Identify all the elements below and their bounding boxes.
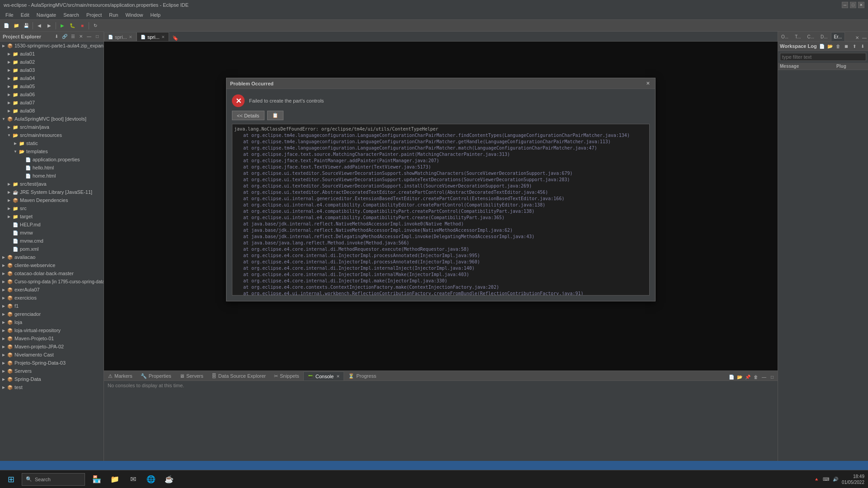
right-panel-toolbar-6[interactable]: ⬇ (859, 42, 866, 50)
tb-save[interactable]: 💾 (22, 21, 31, 30)
console-pin-icon[interactable]: 📌 (744, 373, 751, 380)
tree-item-cotacao[interactable]: ▶ 📦 cotacao-dolar-back-master (0, 269, 104, 277)
tree-item-spring-data[interactable]: ▶ 📦 Spring-Data (0, 375, 104, 383)
tb-back[interactable]: ◀ (35, 21, 44, 30)
right-panel-toolbar-2[interactable]: 📂 (826, 42, 834, 50)
tab-properties[interactable]: 🔧 Properties (137, 371, 175, 380)
close-button[interactable]: ✕ (858, 2, 864, 8)
taskbar-app-eclipse[interactable]: ☕ (161, 471, 177, 488)
stack-trace[interactable]: java.lang.NoClassDefFoundError: org/ecli… (232, 124, 650, 296)
tb-refresh[interactable]: ↻ (91, 21, 100, 30)
sidebar-close-icon[interactable]: ✕ (77, 33, 85, 40)
taskbar-search[interactable]: 🔍 Search (22, 473, 85, 486)
tb-debug[interactable]: 🐛 (68, 21, 77, 30)
menu-edit[interactable]: Edit (17, 11, 33, 19)
right-tab-er[interactable]: Er... (831, 32, 845, 41)
details-button[interactable]: << Details (232, 111, 264, 120)
right-tab-d[interactable]: D... (817, 32, 831, 41)
tree-item-projeto-spring-03[interactable]: ▶ 📦 Projeto-Spring-Data-03 (0, 359, 104, 367)
sidebar-menu-icon[interactable]: ☰ (69, 33, 76, 40)
tree-item-loja-virtual[interactable]: ▶ 📦 loja-virtual-repository (0, 326, 104, 334)
tree-item-target[interactable]: ▶ 📁 target (0, 212, 104, 221)
editor-tab-2[interactable]: 📄 spri... ✕ (137, 32, 169, 41)
tree-item-aula02[interactable]: ▶ 📁 aula02 (0, 58, 104, 66)
tree-item-mvnw-cmd[interactable]: ▶ 📄 mvnw.cmd (0, 237, 104, 245)
right-panel-close[interactable]: ✕ (854, 34, 861, 41)
tree-item-aula08[interactable]: ▶ 📁 aula08 (0, 107, 104, 115)
tree-item-src-main-java[interactable]: ▶ 📁 src/main/java (0, 123, 104, 131)
new-tab-area[interactable]: 🔖 (171, 35, 180, 41)
tree-item-src-main-resources[interactable]: ▼ 📂 src/main/resources (0, 131, 104, 139)
tree-item-HELP[interactable]: ▶ 📄 HELP.md (0, 221, 104, 229)
tree-item-maven-01[interactable]: ▶ 📦 Maven-Projeto-01 (0, 334, 104, 343)
tree-item-src2[interactable]: ▶ 📁 src (0, 204, 104, 212)
tab-console[interactable]: 📟 Console ✕ (303, 371, 344, 380)
menu-project[interactable]: Project (83, 11, 105, 19)
tab-datasource[interactable]: 🗄 Data Source Explorer (208, 371, 270, 380)
console-min-icon[interactable]: — (760, 373, 768, 380)
tb-stop[interactable]: ■ (78, 21, 87, 30)
tree-item-nivelamento[interactable]: ▶ 📦 Nivelamento Cast (0, 351, 104, 359)
tree-item-cliente-webservice[interactable]: ▶ 📦 cliente-webservice (0, 261, 104, 269)
tree-item-aula03[interactable]: ▶ 📁 aula03 (0, 66, 104, 74)
console-max-icon[interactable]: □ (769, 373, 776, 380)
tb-open[interactable]: 📁 (12, 21, 21, 30)
right-panel-toolbar-1[interactable]: 📄 (818, 42, 826, 50)
taskbar-app-edge[interactable]: 🌐 (143, 471, 159, 488)
console-close-icon[interactable]: ✕ (336, 374, 340, 379)
menu-run[interactable]: Run (105, 11, 122, 19)
start-button[interactable]: ⊞ (4, 472, 18, 487)
tree-item-exerAula07[interactable]: ▶ 📦 exerAula07 (0, 286, 104, 294)
right-tab-c[interactable]: C... (804, 32, 817, 41)
copy-button[interactable]: 📋 (267, 111, 283, 120)
tree-item-servers[interactable]: ▶ 📦 Servers (0, 367, 104, 375)
tab-progress[interactable]: ⏳ Progress (344, 371, 380, 380)
console-clear-icon[interactable]: 🗑 (752, 373, 760, 380)
tab-snippets[interactable]: ✂ Snippets (270, 371, 303, 380)
tab-markers[interactable]: ⚠ Markers (104, 371, 137, 380)
tree-item-zip1530[interactable]: ▶ 📦 1530-springmvc-parte1-aula4.zip_expa… (0, 42, 104, 50)
sidebar-max-icon[interactable]: □ (94, 33, 101, 40)
right-panel-min[interactable]: — (861, 34, 868, 41)
tree-item-mvnw[interactable]: ▶ 📄 mvnw (0, 229, 104, 237)
console-open-icon[interactable]: 📂 (736, 373, 743, 380)
tree-item-f1[interactable]: ▶ 📦 f1 (0, 302, 104, 310)
taskbar-time[interactable]: 18:49 01/05/2022 (842, 474, 864, 485)
sidebar-min-icon[interactable]: — (85, 33, 93, 40)
tree-item-curso-spring-data[interactable]: ▶ 📦 Curso-spring-data [in 1795-curso-spr… (0, 277, 104, 286)
menu-search[interactable]: Search (60, 11, 83, 19)
taskbar-app-mail[interactable]: ✉ (125, 471, 141, 488)
sidebar-collapse-icon[interactable]: ⬇ (53, 33, 60, 40)
menu-navigate[interactable]: Navigate (33, 11, 60, 19)
tree-item-aula05[interactable]: ▶ 📁 aula05 (0, 82, 104, 90)
tree-item-jre[interactable]: ▶ ☕ JRE System Library [JavaSE-11] (0, 188, 104, 196)
tree-item-aula06[interactable]: ▶ 📁 aula06 (0, 90, 104, 99)
tree-item-loja[interactable]: ▶ 📦 loja (0, 318, 104, 326)
tree-item-gerenciador[interactable]: ▶ 📦 gerenciador (0, 310, 104, 318)
right-tab-t[interactable]: T... (792, 32, 804, 41)
tree-item-maven-dep[interactable]: ▶ 📦 Maven Dependencies (0, 196, 104, 204)
tree-item-application-properties[interactable]: ▶ 📄 application.properties (0, 155, 104, 164)
tree-item-avaliacao[interactable]: ▶ 📦 avaliacao (0, 253, 104, 261)
tree-item-AulaSpringMVC[interactable]: ▼ 📦 AulaSpringMVC [boot] [devtools] (0, 115, 104, 123)
tb-new[interactable]: 📄 (2, 21, 11, 30)
right-panel-toolbar-4[interactable]: ⏹ (843, 42, 850, 50)
tree-item-static[interactable]: ▶ 📁 static (0, 139, 104, 147)
maximize-button[interactable]: □ (850, 2, 856, 8)
minimize-button[interactable]: ─ (842, 2, 848, 8)
dialog-close-button[interactable]: ✕ (644, 80, 651, 87)
tab-close-2[interactable]: ✕ (161, 35, 165, 39)
tb-forward[interactable]: ▶ (45, 21, 54, 30)
tree-item-hello-html[interactable]: ▶ 📄 hello.html (0, 164, 104, 172)
tree-item-aula04[interactable]: ▶ 📁 aula04 (0, 74, 104, 82)
tree-item-home-html[interactable]: ▶ 📄 home.html (0, 172, 104, 180)
right-panel-toolbar-5[interactable]: ⬆ (851, 42, 858, 50)
sidebar-link-icon[interactable]: 🔗 (61, 33, 68, 40)
taskbar-app-explorer[interactable]: 📁 (107, 471, 123, 488)
tree-item-aula01[interactable]: ▶ 📁 aula01 (0, 50, 104, 58)
menu-help[interactable]: Help (147, 11, 165, 19)
tree-item-exercicios[interactable]: ▶ 📦 exercicios (0, 294, 104, 302)
editor-tab-1[interactable]: 📄 spri... ✕ (104, 32, 137, 41)
tree-item-aula07[interactable]: ▶ 📁 aula07 (0, 99, 104, 107)
workspace-log-search[interactable] (780, 53, 866, 61)
